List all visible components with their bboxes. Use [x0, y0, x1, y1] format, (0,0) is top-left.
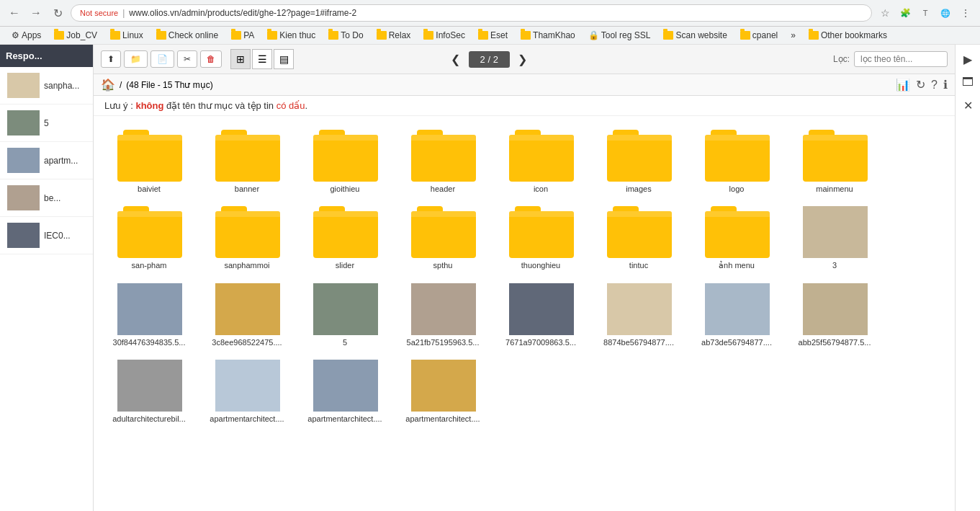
bookmark-other[interactable]: Other bookmarks: [803, 29, 893, 42]
file-item[interactable]: 3c8ee968522475....: [199, 277, 297, 353]
bookmark-more[interactable]: »: [785, 29, 801, 42]
upload-button[interactable]: ⬆: [101, 50, 121, 68]
svg-rect-10: [215, 360, 280, 412]
folder-item[interactable]: gioithieu: [297, 123, 395, 200]
file-item[interactable]: 5a21fb75195963.5...: [395, 277, 493, 353]
bookmark-scan-website[interactable]: Scan website: [657, 29, 732, 42]
file-item[interactable]: adultarchitecturebil...: [101, 353, 199, 430]
svg-rect-11: [313, 360, 378, 412]
page-next-button[interactable]: ❯: [513, 49, 533, 69]
search-input[interactable]: [854, 51, 948, 67]
bookmark-to-do[interactable]: To Do: [323, 29, 369, 42]
file-item[interactable]: apartmentarchitect....: [297, 353, 395, 430]
file-manager: ⬆ 📁 📄 ✂ 🗑 ⊞ ☰ ▤ ❮ 2 / 2 ❯ Lọc: [94, 45, 955, 511]
fm-grid: baiviet banner gioithieu header: [94, 116, 955, 511]
delete-button[interactable]: 🗑: [200, 50, 222, 68]
fm-notice: Lưu ý : không đặt tên thư mục và tệp tin…: [94, 96, 955, 116]
profile-button[interactable]: 🧩: [896, 4, 914, 22]
bookmark-thamkhao[interactable]: ThamKhao: [515, 29, 581, 42]
bookmark-infosec[interactable]: InfoSec: [418, 29, 471, 42]
cut-button[interactable]: ✂: [177, 50, 197, 68]
folder-icon: [509, 130, 574, 182]
extension-button[interactable]: 🌐: [937, 4, 954, 22]
folder-item[interactable]: tintuc: [590, 200, 688, 277]
folder-name: banner: [204, 185, 290, 193]
bookmark-relax[interactable]: Relax: [371, 29, 417, 42]
file-item[interactable]: apartmentarchitect....: [199, 353, 297, 430]
page-info: 2 / 2: [469, 51, 510, 68]
sidebar-item-3[interactable]: be...: [0, 179, 93, 217]
menu-button[interactable]: ⋮: [957, 4, 974, 22]
folder-item[interactable]: thuonghieu: [493, 200, 590, 277]
url-bar[interactable]: Not secure | www.olios.vn/admin/products…: [71, 4, 872, 22]
view-grid-button[interactable]: ⊞: [230, 49, 251, 69]
view-list-button[interactable]: ☰: [252, 49, 272, 69]
bookmark-eset[interactable]: Eset: [472, 29, 513, 42]
bookmark-kien-thuc[interactable]: Kien thuc: [261, 29, 321, 42]
bookmark-tool-reg-ssl[interactable]: 🔒 Tool reg SSL: [583, 29, 657, 42]
folder-item[interactable]: baiviet: [101, 123, 199, 200]
folder-name: spthu: [400, 261, 486, 270]
view-detail-button[interactable]: ▤: [274, 49, 294, 69]
image-thumbnail: [215, 283, 280, 335]
image-thumbnail: [509, 283, 574, 335]
sidebar-item-2[interactable]: apartm...: [0, 142, 93, 179]
svg-rect-6: [607, 283, 672, 335]
folder-item[interactable]: spthu: [395, 200, 493, 277]
window-button[interactable]: 🗖: [959, 74, 976, 91]
folder-item[interactable]: banner: [199, 123, 297, 200]
back-button[interactable]: ←: [6, 4, 23, 22]
image-thumbnail: [803, 283, 868, 335]
bookmark-check-online[interactable]: Check online: [150, 29, 224, 42]
file-item[interactable]: 8874be56794877....: [590, 277, 688, 353]
file-item[interactable]: ab73de56794877....: [688, 277, 786, 353]
folder-icon: [411, 130, 476, 182]
folder-item[interactable]: mainmenu: [786, 123, 884, 200]
folder-item[interactable]: header: [395, 123, 493, 200]
search-label: Lọc:: [833, 54, 850, 64]
folder-icon: [215, 206, 280, 258]
bookmark-cpanel[interactable]: cpanel: [734, 29, 783, 42]
bookmark-star-button[interactable]: ☆: [876, 4, 894, 22]
folder-item[interactable]: ảnh menu: [688, 200, 786, 277]
play-button[interactable]: ▶: [959, 50, 976, 68]
file-item[interactable]: 7671a97009863.5...: [493, 277, 590, 353]
folder-icon: [607, 130, 672, 182]
file-name: apartmentarchitect....: [204, 414, 290, 423]
url-separator: |: [122, 8, 125, 18]
home-icon[interactable]: 🏠: [101, 78, 115, 92]
folder-item[interactable]: images: [590, 123, 688, 200]
file-item[interactable]: 3: [786, 200, 884, 277]
refresh-button[interactable]: ↻: [49, 4, 66, 22]
new-file-button[interactable]: 📄: [150, 50, 174, 68]
folder-item[interactable]: icon: [493, 123, 590, 200]
tiny-button[interactable]: T: [917, 4, 934, 22]
sidebar-item-1[interactable]: 5: [0, 105, 93, 142]
sidebar-item-0[interactable]: sanpha...: [0, 67, 93, 105]
folder-item[interactable]: san-pham: [101, 200, 199, 277]
page-prev-button[interactable]: ❮: [446, 49, 466, 69]
bookmark-linux[interactable]: Linux: [104, 29, 149, 42]
help-link[interactable]: ?: [931, 79, 938, 92]
image-thumbnail: [705, 283, 770, 335]
file-item[interactable]: abb25f56794877.5...: [786, 277, 884, 353]
new-folder-button[interactable]: 📁: [124, 50, 148, 68]
bookmark-job-cv[interactable]: Job_CV: [48, 29, 103, 42]
folder-icon: [705, 206, 770, 258]
bookmark-pa[interactable]: PA: [225, 29, 260, 42]
file-item[interactable]: 5: [297, 277, 395, 353]
bookmark-apps[interactable]: ⚙ Apps: [6, 29, 47, 42]
forward-button[interactable]: →: [27, 4, 45, 22]
chart-icon[interactable]: 📊: [896, 78, 910, 92]
sidebar-item-4[interactable]: IEC0...: [0, 217, 93, 254]
browser-nav: ← → ↻ Not secure | www.olios.vn/admin/pr…: [0, 0, 980, 27]
folder-item[interactable]: logo: [688, 123, 786, 200]
security-indicator: Not secure: [80, 9, 118, 17]
close-button[interactable]: ✕: [959, 97, 976, 114]
file-item[interactable]: 30f84476394835.5...: [101, 277, 199, 353]
file-item[interactable]: apartmentarchitect....: [395, 353, 493, 430]
info-icon[interactable]: ℹ: [943, 78, 948, 92]
refresh-icon[interactable]: ↻: [916, 78, 925, 92]
folder-item[interactable]: sanphammoi: [199, 200, 297, 277]
folder-item[interactable]: slider: [297, 200, 395, 277]
